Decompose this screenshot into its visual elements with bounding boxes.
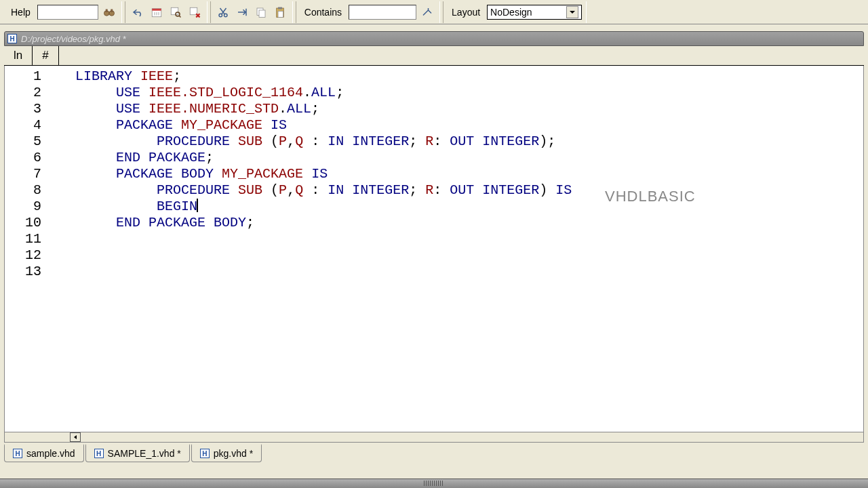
binoculars-icon[interactable] <box>101 4 117 20</box>
code-line[interactable] <box>75 264 863 280</box>
line-number: 10 <box>5 215 45 230</box>
code-area[interactable]: LIBRARY IEEE; USE IEEE.STD_LOGIC_1164.AL… <box>54 66 863 280</box>
undo-icon[interactable] <box>130 4 146 20</box>
calendar-icon[interactable] <box>149 4 165 20</box>
file-tab-sample[interactable]: H sample.vhd <box>4 444 84 462</box>
code-line[interactable]: PROCEDURE SUB (P,Q : IN INTEGER; R: OUT … <box>75 134 863 150</box>
code-line[interactable]: USE IEEE.NUMERIC_STD.ALL; <box>75 101 863 117</box>
file-path-text: D:/project/videos/pkg.vhd * <box>21 34 126 44</box>
line-number: 8 <box>5 182 45 198</box>
line-number: 9 <box>5 199 45 214</box>
contains-input[interactable] <box>349 5 416 20</box>
line-number: 1 <box>5 68 45 84</box>
chevron-down-icon[interactable] <box>566 6 578 18</box>
line-number: 3 <box>5 101 45 117</box>
grip-icon <box>424 481 444 486</box>
resize-handle[interactable] <box>0 479 868 488</box>
code-line[interactable]: USE IEEE.STD_LOGIC_1164.ALL; <box>75 85 863 101</box>
cut-icon[interactable] <box>215 4 231 20</box>
line-header: ln # <box>4 46 864 66</box>
line-number: 13 <box>5 264 45 279</box>
ln-header-col1[interactable]: ln <box>4 46 33 65</box>
code-line[interactable]: END PACKAGE BODY; <box>75 215 863 231</box>
contains-label: Contains <box>300 5 346 19</box>
svg-rect-17 <box>259 10 265 18</box>
svg-rect-9 <box>171 7 178 15</box>
main-toolbar: Help Contains <box>0 0 868 24</box>
code-line[interactable]: END PACKAGE; <box>75 150 863 166</box>
code-line[interactable]: PACKAGE MY_PACKAGE IS <box>75 117 863 134</box>
vhdl-file-icon: H <box>13 449 22 458</box>
line-number: 6 <box>5 150 45 165</box>
code-line[interactable]: PROCEDURE SUB (P,Q : IN INTEGER; R: OUT … <box>75 182 863 199</box>
file-tab-label: pkg.vhd * <box>214 448 253 459</box>
nav-group <box>125 1 208 23</box>
help-search-input[interactable] <box>37 5 98 20</box>
line-number: 2 <box>5 85 45 100</box>
text-cursor <box>197 199 198 212</box>
line-number: 7 <box>5 166 45 182</box>
vhdl-file-icon: H <box>7 34 17 43</box>
ln-header-col2[interactable]: # <box>33 46 58 65</box>
svg-line-11 <box>179 16 180 17</box>
scroll-left-icon[interactable] <box>70 432 81 442</box>
code-line[interactable]: PACKAGE BODY MY_PACKAGE IS <box>75 166 863 182</box>
grid-delete-icon[interactable] <box>186 4 203 20</box>
vhdl-file-icon: H <box>200 449 210 458</box>
code-line[interactable] <box>75 247 863 264</box>
file-titlebar: H D:/project/videos/pkg.vhd * <box>4 31 864 46</box>
code-line[interactable] <box>75 231 863 247</box>
layout-dropdown-value: NoDesign <box>490 7 532 18</box>
help-group: Help <box>3 1 122 23</box>
help-menu-label[interactable]: Help <box>7 5 35 19</box>
file-tab-pkg[interactable]: H pkg.vhd * <box>191 444 262 462</box>
copy-icon[interactable] <box>253 4 269 20</box>
file-tab-label: SAMPLE_1.vhd * <box>108 448 181 459</box>
watermark-text: VHDLBASIC <box>605 188 696 205</box>
line-number: 11 <box>5 231 45 247</box>
search-group: Contains <box>296 1 440 23</box>
paste-icon[interactable] <box>272 4 288 20</box>
svg-rect-20 <box>278 11 283 17</box>
edit-group <box>210 1 293 23</box>
grid-find-icon[interactable] <box>167 4 184 20</box>
layout-label: Layout <box>448 5 484 19</box>
layout-group: Layout NoDesign <box>443 1 587 23</box>
svg-rect-3 <box>111 9 113 12</box>
layout-dropdown[interactable]: NoDesign <box>487 5 582 20</box>
svg-rect-19 <box>278 7 282 9</box>
file-tab-sample1[interactable]: H SAMPLE_1.vhd * <box>85 444 190 462</box>
horizontal-scrollbar[interactable] <box>4 432 864 443</box>
line-number: 12 <box>5 247 45 263</box>
forward-nav-icon[interactable] <box>234 4 250 20</box>
svg-rect-2 <box>106 9 108 12</box>
code-editor[interactable]: LIBRARY IEEE; USE IEEE.STD_LOGIC_1164.AL… <box>4 66 864 432</box>
code-line[interactable]: BEGIN <box>75 199 863 215</box>
line-number: 4 <box>5 117 45 133</box>
svg-rect-5 <box>152 8 161 10</box>
vhdl-file-icon: H <box>94 449 104 458</box>
file-tab-label: sample.vhd <box>26 448 75 459</box>
code-line[interactable]: LIBRARY IEEE; <box>75 68 863 85</box>
svg-rect-12 <box>190 7 197 15</box>
file-tabs: H sample.vhd H SAMPLE_1.vhd * H pkg.vhd … <box>4 444 864 462</box>
filter-icon[interactable] <box>419 4 435 20</box>
line-number: 5 <box>5 134 45 149</box>
